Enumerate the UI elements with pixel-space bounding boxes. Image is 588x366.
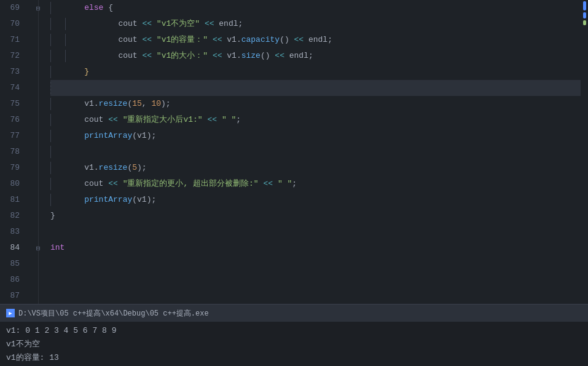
terminal-line-1: v1: 0 1 2 3 4 5 6 7 8 9 [6, 324, 582, 338]
code-line-75: v1.resize(15, 10); [50, 96, 581, 112]
code-line-84: int [50, 240, 581, 256]
code-line-70: cout << "v1不为空" << endl; [50, 16, 581, 32]
terminal-line-2: v1不为空 [6, 338, 582, 351]
terminal-line-3: v1的容量: 13 [6, 351, 582, 365]
scroll-marker-blue [583, 1, 586, 10]
terminal-titlebar: ▶ D:\VS项目\05 c++提高\x64\Debug\05 c++提高.ex… [0, 304, 588, 322]
right-scrollbar[interactable] [581, 0, 588, 304]
code-line-76: cout << "重新指定大小后v1:" << " "; [50, 112, 581, 128]
code-line-72: cout << "v1的大小：" << v1.size() << endl; [50, 48, 581, 64]
line-numbers: 69 70 71 72 73 74 75 76 77 78 79 80 81 8… [0, 0, 31, 304]
code-line-83 [50, 224, 581, 240]
code-line-80: cout << "重新指定的更小, 超出部分被删除:" << " "; [50, 176, 581, 192]
code-line-78 [50, 144, 581, 160]
code-line-81: printArray(v1); [50, 192, 581, 208]
scroll-marker-green [583, 20, 586, 25]
code-line-77: printArray(v1); [50, 128, 581, 144]
code-line-74 [50, 80, 581, 96]
code-gutter: ⊟ ⊟ [31, 0, 45, 304]
terminal-area: ▶ D:\VS项目\05 c++提高\x64\Debug\05 c++提高.ex… [0, 304, 588, 366]
code-line-79: v1.resize(5); [50, 160, 581, 176]
code-area: 69 70 71 72 73 74 75 76 77 78 79 80 81 8… [0, 0, 588, 304]
terminal-icon: ▶ [6, 309, 15, 317]
code-line-69: else { [50, 0, 581, 16]
terminal-content[interactable]: v1: 0 1 2 3 4 5 6 7 8 9 v1不为空 v1的容量: 13 … [0, 322, 588, 366]
editor-container: 69 70 71 72 73 74 75 76 77 78 79 80 81 8… [0, 0, 588, 366]
code-line-86 [50, 272, 581, 288]
code-line-73: } [50, 64, 581, 80]
code-line-87 [50, 288, 581, 304]
code-line-71: cout << "v1的容量：" << v1.capacity() << end… [50, 32, 581, 48]
terminal-title: D:\VS项目\05 c++提高\x64\Debug\05 c++提高.exe [18, 308, 209, 319]
code-line-85 [50, 256, 581, 272]
scroll-marker-blue2 [583, 12, 586, 18]
code-lines[interactable]: else { cout << "v1不为空" << endl; cout << … [45, 0, 581, 304]
code-line-82: } [50, 208, 581, 224]
